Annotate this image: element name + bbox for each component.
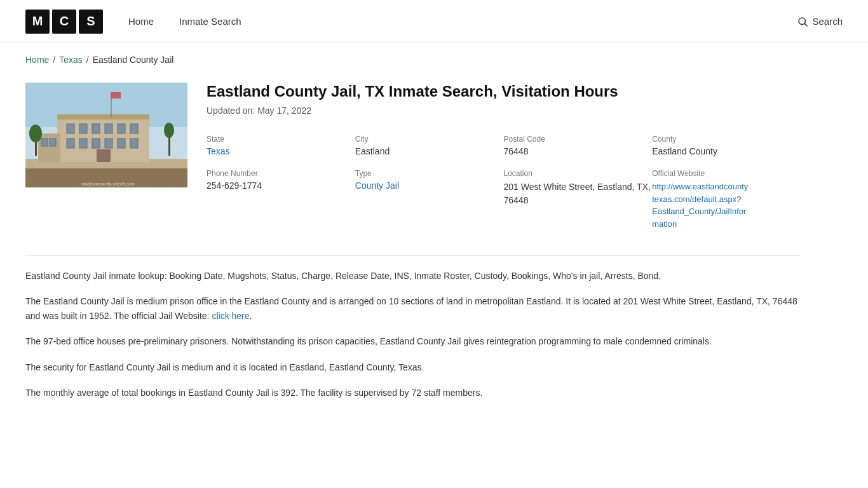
svg-rect-20 [97,149,111,162]
site-logo[interactable]: M C S [25,10,103,34]
svg-rect-13 [130,124,138,133]
svg-rect-12 [118,124,125,133]
body-text: Eastland County Jail inmate lookup: Book… [25,255,801,400]
svg-point-0 [799,18,806,25]
main-content: madisoncounty-sheriff.com Eastland Count… [0,76,826,437]
svg-rect-10 [92,124,100,133]
city-value: Eastland [355,146,504,156]
svg-rect-15 [79,139,87,148]
page-title: Eastland County Jail, TX Inmate Search, … [207,83,801,100]
jail-image: madisoncounty-sheriff.com [25,83,187,187]
breadcrumb-current: Eastland County Jail [93,55,174,65]
info-card: madisoncounty-sheriff.com Eastland Count… [25,83,801,236]
state-value[interactable]: Texas [207,146,230,156]
location-cell: Location 201 West White Street, Eastland… [504,163,653,236]
county-value: Eastland County [652,146,801,156]
phone-label: Phone Number [207,169,355,178]
svg-rect-17 [105,139,112,148]
breadcrumb-sep-1: / [53,55,55,65]
nav-links: Home Inmate Search [128,16,797,27]
postal-value: 76448 [504,146,653,156]
svg-rect-21 [38,133,60,162]
website-cell: Official Website http://www.eastlandcoun… [652,163,801,236]
svg-point-27 [164,123,174,138]
para-3: The 97-bed office houses pre-preliminary… [25,334,801,348]
logo-letter-s: S [79,10,103,34]
breadcrumb-sep-2: / [86,55,89,65]
svg-rect-19 [130,139,138,148]
breadcrumb-state[interactable]: Texas [59,55,83,65]
search-label: Search [812,16,843,27]
navbar: M C S Home Inmate Search Search [0,0,868,43]
county-cell: County Eastland County [652,128,801,163]
logo-letter-m: M [25,10,50,34]
svg-rect-11 [105,124,112,133]
breadcrumb-home[interactable]: Home [25,55,49,65]
svg-rect-16 [92,139,100,148]
svg-text:madisoncounty-sheriff.com: madisoncounty-sheriff.com [81,182,135,187]
svg-rect-23 [50,139,56,146]
postal-cell: Postal Code 76448 [504,128,653,163]
logo-letter-c: C [52,10,76,34]
svg-line-1 [805,24,808,26]
location-value: 201 West White Street, Eastland, TX, 764… [504,180,653,207]
para-5: The monthly average of total bookings in… [25,386,801,400]
type-cell: Type County Jail [355,163,504,236]
info-details: Eastland County Jail, TX Inmate Search, … [207,83,801,236]
city-label: City [355,135,504,144]
breadcrumb: Home / Texas / Eastland County Jail [0,43,868,76]
nav-home[interactable]: Home [128,16,154,27]
click-here-link[interactable]: click here [212,311,249,321]
phone-cell: Phone Number 254-629-1774 [207,163,355,236]
svg-rect-14 [67,139,74,148]
location-label: Location [504,169,653,178]
city-cell: City Eastland [355,128,504,163]
state-label: State [207,135,355,144]
para-2: The Eastland County Jail is medium priso… [25,294,801,323]
updated-date: Updated on: May 17, 2022 [207,105,801,116]
type-label: Type [355,169,504,178]
para-2-suffix: . [250,311,252,321]
svg-rect-9 [79,124,87,133]
search-button[interactable]: Search [797,16,843,27]
search-icon [797,16,808,27]
para-2-prefix: The Eastland County Jail is medium priso… [25,296,797,320]
svg-rect-29 [111,92,121,98]
svg-rect-8 [67,124,74,133]
type-value[interactable]: County Jail [355,180,399,191]
website-value[interactable]: http://www.eastlandcountytexas.com/defau… [652,180,801,230]
svg-rect-18 [118,139,125,148]
svg-rect-22 [41,139,48,146]
website-label: Official Website [652,169,801,178]
nav-inmate-search[interactable]: Inmate Search [179,16,241,27]
para-4: The security for Eastland County Jail is… [25,360,801,374]
phone-value: 254-629-1774 [207,180,355,191]
para-1: Eastland County Jail inmate lookup: Book… [25,269,801,283]
county-label: County [652,135,801,144]
info-grid: State Texas City Eastland Postal Code 76… [207,128,801,236]
svg-rect-7 [57,114,149,119]
state-cell: State Texas [207,128,355,163]
svg-point-25 [29,125,42,142]
postal-label: Postal Code [504,135,653,144]
